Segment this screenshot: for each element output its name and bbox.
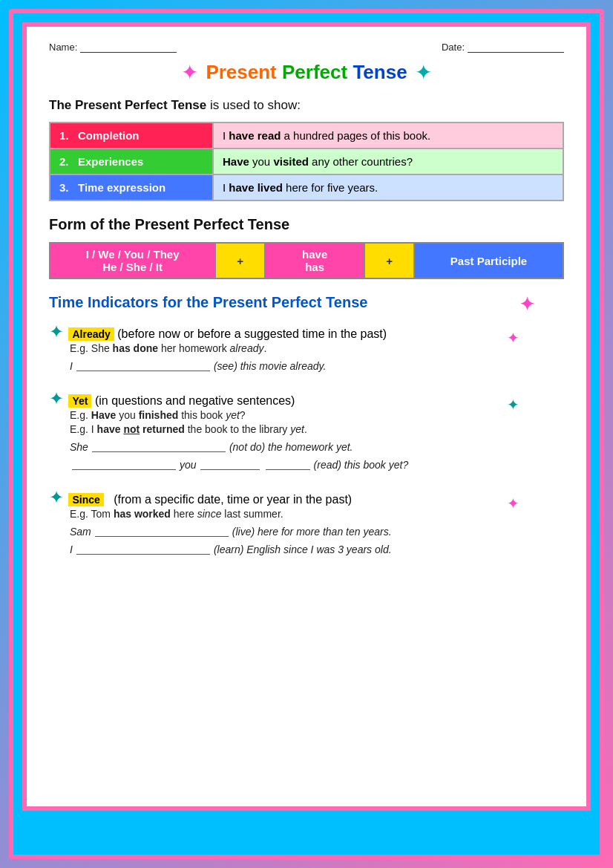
uses-label-3: 3. Time expression [50, 174, 213, 200]
star-since-icon: ✦ [49, 487, 64, 508]
uses-example-1: I have read a hundred pages of this book… [213, 123, 563, 149]
form-have-row2: has [305, 261, 324, 273]
inner-border: Name: Date: ✦ Present Perfect Tense ✦ [18, 18, 595, 815]
form-plus2-cell: + [364, 243, 414, 278]
form-section-title: Form of the Present Perfect Tense [49, 216, 564, 233]
form-subject-cell: I / We / You / They He / She / It [50, 243, 215, 278]
since-fill-1 [95, 526, 229, 537]
star-left-icon: ✦ [181, 60, 198, 85]
outer-border: Name: Date: ✦ Present Perfect Tense ✦ [9, 9, 604, 859]
form-have-cell: have has [265, 243, 364, 278]
uses-row-3: 3. Time expression I have lived here for… [50, 174, 563, 200]
intro-text: The Present Perfect Tense is used to sho… [49, 98, 564, 113]
yet-description: (in questions and negative sentences) [95, 394, 295, 407]
ex-since-1-prefix: Sam [70, 526, 91, 538]
since-example-1: E.g. Tom has worked here since last summ… [70, 508, 564, 520]
yet-example-1: E.g. Have you finished this book yet? [70, 409, 564, 421]
star-yet-deco: ✦ [507, 396, 519, 414]
name-field: Name: [49, 42, 177, 53]
uses-table: 1. Completion I have read a hundred page… [49, 122, 564, 201]
date-input-line [468, 42, 564, 53]
ex-yet-2-suffix: (read) this book yet? [314, 459, 409, 471]
star-time-icon: ✦ [519, 294, 534, 315]
uses-label-1: 1. Completion [50, 123, 213, 149]
indicator-yet: ✦ Yet (in questions and negative sentenc… [49, 388, 564, 471]
date-label: Date: [442, 42, 465, 53]
uses-row-2: 2. Experiences Have you visited any othe… [50, 149, 563, 174]
uses-label-2: 2. Experiences [50, 149, 213, 174]
form-subject-row2: He / She / It [102, 261, 163, 273]
since-exercise-2: I (learn) English since I was 3 years ol… [70, 544, 564, 555]
yet-example-2: E.g. I have not returned the book to the… [70, 423, 564, 435]
page-content: Name: Date: ✦ Present Perfect Tense ✦ [27, 27, 586, 806]
page-title: Present Perfect Tense [206, 61, 407, 84]
already-description: (before now or before a suggested time i… [117, 327, 387, 340]
already-fill-1 [76, 361, 210, 371]
already-word: Already [68, 327, 114, 341]
star-right-icon: ✦ [415, 60, 432, 85]
since-description: (from a specific date, time or year in t… [107, 493, 352, 506]
name-label: Name: [49, 42, 77, 53]
name-input-line [80, 42, 177, 53]
already-example-1: E.g. She has done her homework already. [70, 342, 564, 354]
yet-exercise-2: you (read) this book yet? [70, 459, 564, 471]
star-already-deco: ✦ [507, 329, 519, 347]
yet-word: Yet [68, 394, 91, 408]
form-subject-row1: I / We / You / They [86, 248, 180, 261]
uses-example-3: I have lived here for five years. [213, 174, 563, 200]
yet-fill-2b [200, 460, 260, 470]
since-word: Since [68, 493, 103, 506]
uses-example-2: Have you visited any other countries? [213, 149, 563, 174]
yet-exercise-1: She (not do) the homework yet. [70, 441, 564, 453]
ex-already-prefix: I [70, 360, 73, 372]
ex-yet-2-mid: you [180, 459, 197, 471]
form-plus-cell: + [215, 243, 265, 278]
ex-since-2-prefix: I [70, 544, 73, 555]
name-date-row: Name: Date: [49, 42, 564, 53]
date-field: Date: [442, 42, 564, 53]
form-table: I / We / You / They He / She / It + have… [49, 242, 564, 279]
indicator-since: ✦ Since (from a specific date, time or y… [49, 487, 564, 555]
form-pp-cell: Past Participle [414, 243, 563, 278]
form-row: I / We / You / They He / She / It + have… [50, 243, 563, 278]
ex-yet-1-suffix: (not do) the homework yet. [229, 441, 353, 453]
since-fill-2 [76, 544, 210, 555]
intro-bold: The Present Perfect Tense [49, 98, 206, 112]
form-have-row1: have [302, 248, 327, 261]
star-since-deco: ✦ [507, 495, 519, 512]
yet-fill-1 [92, 442, 226, 452]
uses-row-1: 1. Completion I have read a hundred page… [50, 123, 563, 149]
ex-already-suffix: (see) this movie already. [214, 360, 326, 372]
since-exercise-1: Sam (live) here for more than ten years. [70, 526, 564, 538]
ex-since-1-suffix: (live) here for more than ten years. [232, 526, 392, 538]
ex-since-2-suffix: (learn) English since I was 3 years old. [214, 544, 392, 555]
star-yet-icon: ✦ [49, 388, 64, 409]
time-section-title: Time Indicators for the Present Perfect … [49, 294, 564, 311]
ex-yet-1-prefix: She [70, 441, 88, 453]
yet-fill-2a [72, 460, 176, 470]
star-already-icon: ✦ [49, 322, 64, 342]
time-title-text: Time Indicators for the Present Perfect … [49, 294, 367, 310]
already-exercise-1: I (see) this movie already. [70, 360, 564, 372]
indicator-already: ✦ Already (before now or before a sugges… [49, 322, 564, 372]
yet-fill-2c [266, 460, 310, 470]
title-row: ✦ Present Perfect Tense ✦ [49, 60, 564, 85]
